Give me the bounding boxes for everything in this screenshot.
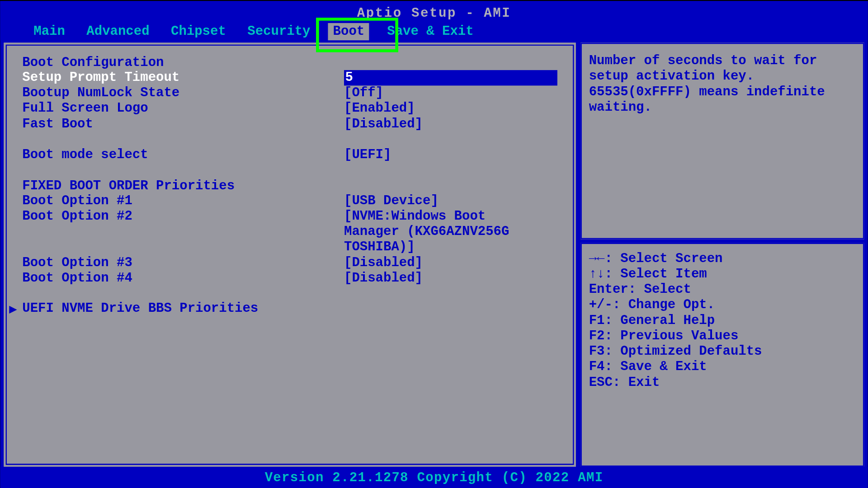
setting-value[interactable]: [Disabled] [344,117,557,132]
tab-save-exit[interactable]: Save & Exit [383,23,477,40]
setting-label: Fast Boot [22,117,344,132]
key-esc-exit: ESC: Exit [589,375,856,390]
section-header-boot-order: FIXED BOOT ORDER Priorities [22,178,557,193]
row-boot-option-2[interactable]: Boot Option #2 [NVME:Windows Boot Manage… [22,209,557,255]
setting-value[interactable]: [Disabled] [344,255,557,270]
tab-main[interactable]: Main [30,23,68,40]
key-help-panel: →←: Select Screen ↑↓: Select Item Enter:… [580,243,864,467]
row-boot-option-1[interactable]: Boot Option #1 [USB Device] [22,193,557,209]
setting-label: Boot mode select [22,147,344,163]
setting-label: Boot Option #1 [22,193,344,209]
row-boot-mode[interactable]: Boot mode select [UEFI] [22,147,557,163]
page-title: Aptio Setup - AMI [0,6,868,21]
tab-chipset[interactable]: Chipset [167,23,230,40]
settings-panel: Boot Configuration Setup Prompt Timeout … [4,43,576,467]
setting-label: Setup Prompt Timeout [22,70,344,85]
row-full-screen-logo[interactable]: Full Screen Logo [Enabled] [22,101,557,117]
submenu-arrow-icon: ▶ [9,301,17,318]
row-boot-option-3[interactable]: Boot Option #3 [Disabled] [22,255,557,270]
submenu-uefi-nvme-priorities[interactable]: ▶ UEFI NVME Drive BBS Priorities [22,301,557,316]
tab-bar: Main Advanced Chipset Security Boot Save… [0,21,868,40]
tab-security[interactable]: Security [244,23,314,40]
setting-label: Boot Option #3 [22,255,344,270]
key-f3-defaults: F3: Optimized Defaults [589,344,856,359]
key-f1-help: F1: General Help [589,313,856,328]
row-boot-option-4[interactable]: Boot Option #4 [Disabled] [22,271,557,286]
row-setup-prompt-timeout[interactable]: Setup Prompt Timeout 5 [22,70,557,85]
tab-boot[interactable]: Boot [328,23,369,40]
right-panel: Number of seconds to wait for setup acti… [580,43,864,467]
tab-advanced[interactable]: Advanced [83,23,153,40]
header: Aptio Setup - AMI Main Advanced Chipset … [0,1,868,40]
setting-value[interactable]: [NVME:Windows Boot Manager (KXG6AZNV256G… [344,209,535,255]
setting-value[interactable]: [Off] [344,85,557,101]
setting-value[interactable]: 5 [344,70,557,85]
key-select-item: ↑↓: Select Item [589,267,856,282]
key-f4-save-exit: F4: Save & Exit [589,359,856,375]
row-numlock-state[interactable]: Bootup NumLock State [Off] [22,85,557,101]
setting-label: Boot Option #2 [22,209,344,224]
main-area: Boot Configuration Setup Prompt Timeout … [0,40,868,467]
submenu-label: UEFI NVME Drive BBS Priorities [22,301,258,316]
key-change-opt: +/-: Change Opt. [589,297,856,313]
setting-label: Bootup NumLock State [22,85,344,101]
row-fast-boot[interactable]: Fast Boot [Disabled] [22,117,557,132]
help-text-panel: Number of seconds to wait for setup acti… [580,43,864,239]
section-header-boot-config: Boot Configuration [22,55,557,70]
version-text: Version 2.21.1278 Copyright (C) 2022 AMI [265,470,604,485]
help-text: Number of seconds to wait for setup acti… [589,53,856,115]
setting-label: Boot Option #4 [22,271,344,286]
key-select-screen: →←: Select Screen [589,251,856,267]
setting-value[interactable]: [USB Device] [344,193,557,209]
setting-value[interactable]: [Enabled] [344,101,557,117]
key-enter-select: Enter: Select [589,282,856,297]
setting-label: Full Screen Logo [22,101,344,117]
bios-window: Aptio Setup - AMI Main Advanced Chipset … [0,1,868,487]
setting-value[interactable]: [UEFI] [344,147,557,163]
footer: Version 2.21.1278 Copyright (C) 2022 AMI [0,467,868,488]
setting-value[interactable]: [Disabled] [344,271,557,286]
blank-row [22,132,557,147]
key-f2-previous: F2: Previous Values [589,328,856,344]
blank-row [22,286,557,301]
blank-row [22,163,557,178]
